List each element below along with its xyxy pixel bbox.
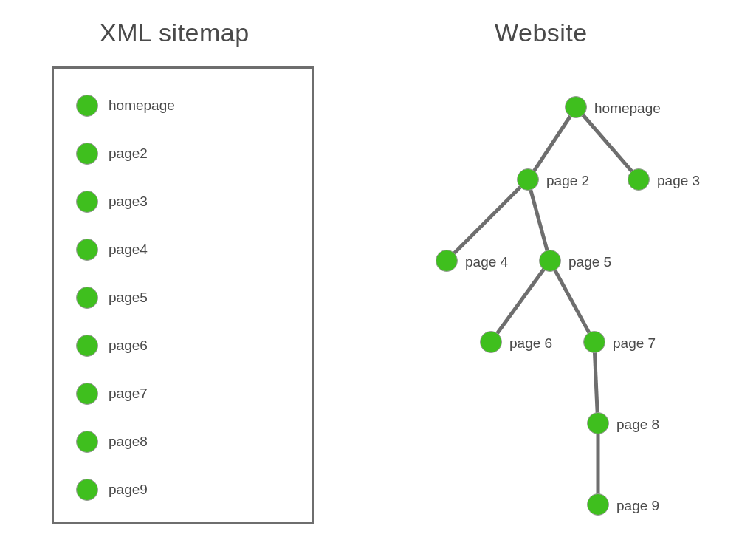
page-node-icon [76, 431, 98, 453]
sitemap-item-label: page2 [109, 146, 148, 162]
sitemap-item: page8 [76, 431, 148, 453]
website-title: Website [495, 18, 588, 47]
page-node-icon [76, 95, 98, 117]
sitemap-item-label: page4 [109, 242, 148, 258]
sitemap-item: page3 [76, 191, 148, 213]
sitemap-item-label: page8 [109, 434, 148, 450]
page-node-icon [76, 383, 98, 405]
tree-node-label: page 2 [546, 173, 589, 189]
sitemap-item-label: page5 [109, 290, 148, 306]
tree-node-label: page 7 [613, 335, 656, 352]
sitemap-item: page6 [76, 335, 148, 357]
sitemap-item: page9 [76, 479, 148, 501]
tree-node-label: homepage [594, 100, 661, 117]
sitemap-item: homepage [76, 95, 175, 117]
page-node-icon [76, 287, 98, 309]
tree-node-label: page 9 [616, 498, 659, 514]
tree-node-icon [583, 331, 605, 353]
sitemap-item-label: page7 [109, 386, 148, 402]
tree-node-icon [587, 493, 609, 516]
tree-node-icon [517, 168, 539, 191]
sitemap-item-label: page9 [109, 482, 148, 498]
tree-node-label: page 4 [465, 254, 508, 270]
tree-edge [577, 109, 638, 178]
tree-edge [593, 345, 600, 420]
page-node-icon [76, 143, 98, 165]
tree-node-icon [587, 412, 609, 434]
sitemap-item-label: page6 [109, 338, 148, 354]
tree-edge [527, 182, 551, 259]
sitemap-item-label: page3 [109, 194, 148, 210]
sitemap-item-label: homepage [109, 98, 175, 114]
sitemap-item: page2 [76, 143, 148, 165]
tree-edge [492, 262, 550, 341]
sitemap-item: page7 [76, 383, 148, 405]
tree-edge [447, 180, 526, 259]
tree-node-icon [539, 250, 561, 272]
sitemap-item: page5 [76, 287, 148, 309]
tree-edge [528, 109, 575, 177]
tree-node-icon [628, 168, 650, 191]
page-node-icon [76, 335, 98, 357]
tree-node-label: page 3 [657, 173, 700, 189]
tree-node-icon [565, 96, 587, 118]
sitemap-box: homepagepage2page3page4page5page6page7pa… [52, 66, 314, 524]
diagram-root: { "titles": { "sitemap": "XML sitemap", … [0, 0, 756, 554]
tree-edge [550, 263, 594, 340]
tree-node-label: page 8 [616, 417, 659, 433]
sitemap-title: XML sitemap [100, 18, 250, 47]
tree-node-label: page 5 [568, 254, 611, 270]
sitemap-item: page4 [76, 239, 148, 261]
tree-node-icon [436, 250, 458, 272]
tree-node-label: page 6 [509, 335, 552, 352]
page-node-icon [76, 479, 98, 501]
page-node-icon [76, 239, 98, 261]
page-node-icon [76, 191, 98, 213]
tree-edge [597, 427, 600, 502]
tree-node-icon [480, 331, 502, 353]
